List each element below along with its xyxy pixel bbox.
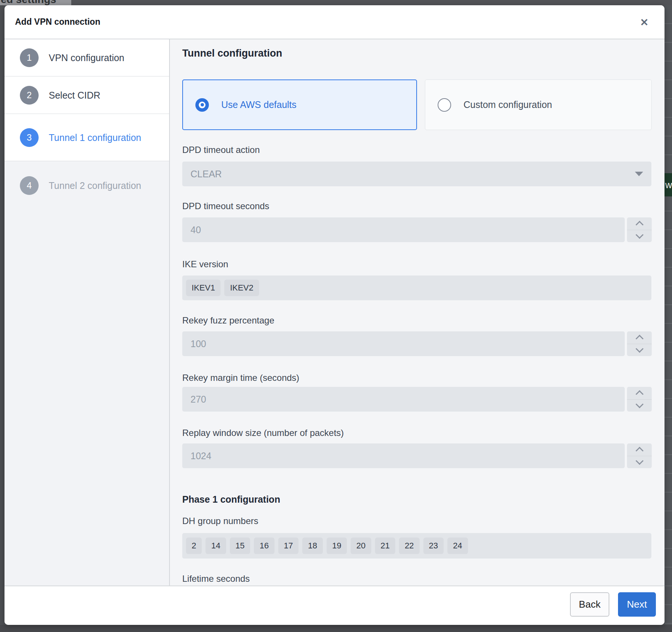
- wizard-step-select-cidr[interactable]: 2 Select CIDR: [4, 76, 169, 114]
- chevron-down-icon: [635, 172, 643, 176]
- rekey-margin-time-label: Rekey margin time (seconds): [182, 373, 299, 383]
- chevron-down-icon: [635, 400, 643, 408]
- step-number-badge: 2: [20, 86, 39, 105]
- modal-header: Add VPN connection ✕: [4, 5, 664, 39]
- rekey-fuzz-percentage-input[interactable]: 100: [182, 331, 625, 356]
- wizard-sidebar: 1 VPN configuration 2 Select CIDR 3 Tunn…: [4, 39, 170, 586]
- close-icon[interactable]: ✕: [637, 15, 652, 30]
- tile-label: Use AWS defaults: [221, 99, 297, 110]
- select-value: CLEAR: [190, 169, 635, 180]
- chevron-down-icon: [635, 345, 643, 353]
- dpd-timeout-seconds-stepper[interactable]: [627, 217, 652, 242]
- radio-dot: [201, 103, 204, 106]
- replay-window-size-label: Replay window size (number of packets): [182, 428, 344, 438]
- background-overlay-left: [0, 5, 4, 625]
- dh-group-chip: 18: [302, 538, 322, 554]
- replay-window-size-stepper[interactable]: [627, 443, 652, 468]
- stepper-increment[interactable]: [627, 331, 652, 344]
- dh-group-chip: 21: [375, 538, 395, 554]
- step-number-badge: 1: [20, 48, 39, 67]
- input-value: 40: [190, 225, 201, 235]
- chevron-down-icon: [635, 231, 643, 239]
- dh-group-chip: 24: [447, 538, 468, 554]
- background-overlay-right: w: [664, 5, 672, 625]
- ike-version-chip: IKEV1: [186, 280, 220, 296]
- next-button[interactable]: Next: [618, 592, 656, 617]
- chevron-up-icon: [635, 390, 643, 398]
- stepper-increment[interactable]: [627, 387, 652, 400]
- background-overlay-top: ed settings: [0, 0, 672, 5]
- chevron-up-icon: [635, 221, 643, 229]
- dh-group-numbers-field[interactable]: 21415161718192021222324: [182, 533, 651, 559]
- ike-version-chip: IKEV2: [224, 280, 259, 296]
- background-overlay-bottom: [0, 625, 672, 632]
- dh-group-chip: 2: [186, 538, 202, 554]
- dh-group-chips: 21415161718192021222324: [186, 538, 468, 554]
- chevron-down-icon: [635, 457, 643, 465]
- step-label: Select CIDR: [49, 89, 100, 102]
- tunnel-configuration-panel: Tunnel configuration Use AWS defaults Cu…: [170, 39, 664, 586]
- input-value: 270: [190, 394, 206, 405]
- add-vpn-connection-modal: Add VPN connection ✕ 1 VPN configuration…: [4, 5, 664, 625]
- dh-group-chip: 16: [254, 538, 274, 554]
- step-label: VPN configuration: [49, 51, 124, 64]
- step-number-badge: 4: [20, 176, 39, 195]
- input-value: 100: [190, 338, 206, 349]
- step-number-badge: 3: [20, 128, 39, 147]
- rekey-margin-time-input[interactable]: 270: [182, 387, 625, 412]
- lifetime-seconds-label: Lifetime seconds: [182, 574, 250, 584]
- dh-group-chip: 15: [230, 538, 250, 554]
- modal-footer: Back Next: [4, 586, 664, 625]
- configuration-mode-tiles: Use AWS defaults Custom configuration: [182, 79, 664, 130]
- stepper-decrement[interactable]: [627, 456, 652, 469]
- radio-tile-use-aws-defaults[interactable]: Use AWS defaults: [182, 79, 417, 130]
- stepper-decrement[interactable]: [627, 344, 652, 356]
- back-button[interactable]: Back: [570, 592, 609, 617]
- step-label: Tunnel 2 configuration: [49, 179, 141, 192]
- radio-unchecked-icon: [438, 98, 451, 112]
- ike-version-field[interactable]: IKEV1IKEV2: [182, 276, 651, 300]
- dpd-timeout-action-label: DPD timeout action: [182, 145, 260, 155]
- background-green-cell: w: [664, 173, 672, 196]
- radio-ring: [199, 102, 206, 108]
- input-value: 1024: [190, 451, 212, 461]
- screen: ed settings w Add VPN connection ✕ 1 VPN…: [0, 0, 672, 632]
- dpd-timeout-seconds-input[interactable]: 40: [182, 217, 625, 242]
- rekey-fuzz-percentage-label: Rekey fuzz percentage: [182, 315, 274, 325]
- stepper-increment[interactable]: [627, 217, 652, 230]
- dpd-timeout-seconds-label: DPD timeout seconds: [182, 201, 269, 211]
- dpd-timeout-action-select[interactable]: CLEAR: [182, 162, 651, 186]
- background-green-cell-text: w: [665, 180, 672, 190]
- dh-group-chip: 23: [423, 538, 444, 554]
- wizard-step-tunnel-2-configuration[interactable]: 4 Tunnel 2 configuration: [4, 161, 169, 210]
- ike-version-label: IKE version: [182, 259, 228, 269]
- radio-tile-custom-configuration[interactable]: Custom configuration: [425, 79, 652, 130]
- dh-group-numbers-label: DH group numbers: [182, 516, 258, 526]
- modal-title: Add VPN connection: [15, 17, 100, 27]
- wizard-step-vpn-configuration[interactable]: 1 VPN configuration: [4, 39, 169, 76]
- dh-group-chip: 19: [327, 538, 347, 554]
- wizard-step-tunnel-1-configuration[interactable]: 3 Tunnel 1 configuration: [4, 114, 169, 161]
- radio-checked-icon: [195, 98, 209, 112]
- rekey-fuzz-percentage-stepper[interactable]: [627, 331, 652, 356]
- chevron-up-icon: [635, 447, 643, 455]
- background-page-heading-clip: ed settings: [0, 0, 71, 5]
- tile-label: Custom configuration: [464, 99, 552, 110]
- dh-group-chip: 17: [278, 538, 298, 554]
- dh-group-chip: 14: [206, 538, 226, 554]
- stepper-decrement[interactable]: [627, 230, 652, 243]
- stepper-decrement[interactable]: [627, 400, 652, 412]
- ike-version-chips: IKEV1IKEV2: [186, 280, 259, 296]
- panel-heading: Tunnel configuration: [182, 48, 282, 59]
- dh-group-chip: 22: [399, 538, 419, 554]
- dh-group-chip: 20: [351, 538, 371, 554]
- replay-window-size-input[interactable]: 1024: [182, 443, 625, 468]
- background-page-heading: ed settings: [1, 0, 56, 5]
- modal-body: 1 VPN configuration 2 Select CIDR 3 Tunn…: [4, 39, 664, 586]
- rekey-margin-time-stepper[interactable]: [627, 387, 652, 412]
- chevron-up-icon: [635, 335, 643, 343]
- step-label: Tunnel 1 configuration: [49, 131, 141, 144]
- stepper-increment[interactable]: [627, 443, 652, 456]
- phase-1-configuration-heading: Phase 1 configuration: [182, 494, 280, 505]
